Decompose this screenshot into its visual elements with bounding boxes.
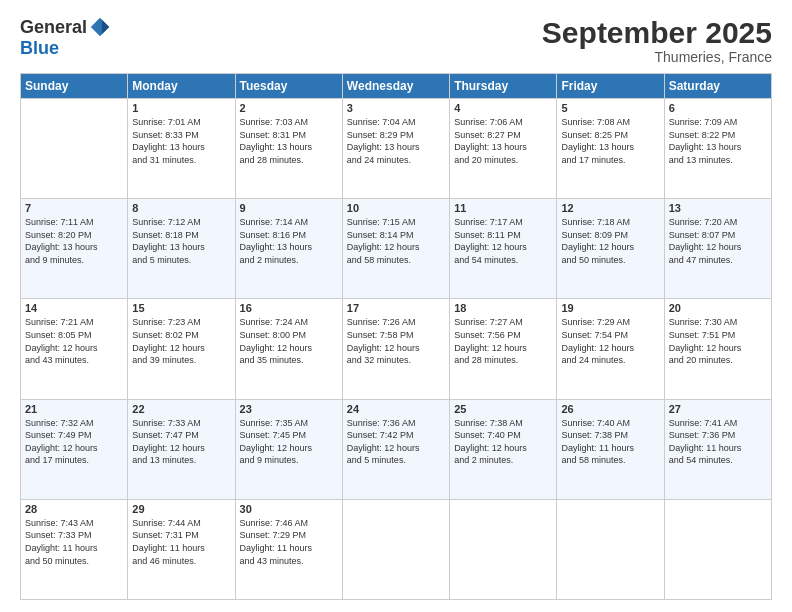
day-info: Sunrise: 7:08 AM Sunset: 8:25 PM Dayligh… (561, 116, 659, 166)
day-cell: 29Sunrise: 7:44 AM Sunset: 7:31 PM Dayli… (128, 499, 235, 599)
day-cell: 21Sunrise: 7:32 AM Sunset: 7:49 PM Dayli… (21, 399, 128, 499)
day-number: 3 (347, 102, 445, 114)
day-number: 26 (561, 403, 659, 415)
day-cell: 1Sunrise: 7:01 AM Sunset: 8:33 PM Daylig… (128, 99, 235, 199)
day-number: 29 (132, 503, 230, 515)
day-cell: 10Sunrise: 7:15 AM Sunset: 8:14 PM Dayli… (342, 199, 449, 299)
day-number: 19 (561, 302, 659, 314)
day-cell: 24Sunrise: 7:36 AM Sunset: 7:42 PM Dayli… (342, 399, 449, 499)
day-cell: 20Sunrise: 7:30 AM Sunset: 7:51 PM Dayli… (664, 299, 771, 399)
day-number: 10 (347, 202, 445, 214)
week-row-4: 28Sunrise: 7:43 AM Sunset: 7:33 PM Dayli… (21, 499, 772, 599)
day-number: 16 (240, 302, 338, 314)
day-cell: 16Sunrise: 7:24 AM Sunset: 8:00 PM Dayli… (235, 299, 342, 399)
day-cell: 18Sunrise: 7:27 AM Sunset: 7:56 PM Dayli… (450, 299, 557, 399)
day-info: Sunrise: 7:24 AM Sunset: 8:00 PM Dayligh… (240, 316, 338, 366)
day-cell: 22Sunrise: 7:33 AM Sunset: 7:47 PM Dayli… (128, 399, 235, 499)
day-number: 8 (132, 202, 230, 214)
day-cell: 8Sunrise: 7:12 AM Sunset: 8:18 PM Daylig… (128, 199, 235, 299)
day-cell: 13Sunrise: 7:20 AM Sunset: 8:07 PM Dayli… (664, 199, 771, 299)
day-number: 4 (454, 102, 552, 114)
header-cell-saturday: Saturday (664, 74, 771, 99)
day-info: Sunrise: 7:06 AM Sunset: 8:27 PM Dayligh… (454, 116, 552, 166)
day-info: Sunrise: 7:21 AM Sunset: 8:05 PM Dayligh… (25, 316, 123, 366)
day-info: Sunrise: 7:27 AM Sunset: 7:56 PM Dayligh… (454, 316, 552, 366)
logo-general-text: General (20, 17, 87, 38)
day-cell: 3Sunrise: 7:04 AM Sunset: 8:29 PM Daylig… (342, 99, 449, 199)
day-cell (342, 499, 449, 599)
day-info: Sunrise: 7:14 AM Sunset: 8:16 PM Dayligh… (240, 216, 338, 266)
day-info: Sunrise: 7:26 AM Sunset: 7:58 PM Dayligh… (347, 316, 445, 366)
day-info: Sunrise: 7:46 AM Sunset: 7:29 PM Dayligh… (240, 517, 338, 567)
day-number: 30 (240, 503, 338, 515)
day-info: Sunrise: 7:09 AM Sunset: 8:22 PM Dayligh… (669, 116, 767, 166)
day-cell: 14Sunrise: 7:21 AM Sunset: 8:05 PM Dayli… (21, 299, 128, 399)
location: Thumeries, France (542, 49, 772, 65)
day-cell: 27Sunrise: 7:41 AM Sunset: 7:36 PM Dayli… (664, 399, 771, 499)
day-info: Sunrise: 7:41 AM Sunset: 7:36 PM Dayligh… (669, 417, 767, 467)
day-info: Sunrise: 7:11 AM Sunset: 8:20 PM Dayligh… (25, 216, 123, 266)
day-cell: 28Sunrise: 7:43 AM Sunset: 7:33 PM Dayli… (21, 499, 128, 599)
day-info: Sunrise: 7:18 AM Sunset: 8:09 PM Dayligh… (561, 216, 659, 266)
day-number: 28 (25, 503, 123, 515)
day-cell: 30Sunrise: 7:46 AM Sunset: 7:29 PM Dayli… (235, 499, 342, 599)
title-section: September 2025 Thumeries, France (542, 16, 772, 65)
header-cell-wednesday: Wednesday (342, 74, 449, 99)
day-cell: 9Sunrise: 7:14 AM Sunset: 8:16 PM Daylig… (235, 199, 342, 299)
day-cell: 7Sunrise: 7:11 AM Sunset: 8:20 PM Daylig… (21, 199, 128, 299)
day-number: 20 (669, 302, 767, 314)
logo-blue-text: Blue (20, 38, 59, 59)
day-cell: 5Sunrise: 7:08 AM Sunset: 8:25 PM Daylig… (557, 99, 664, 199)
day-info: Sunrise: 7:36 AM Sunset: 7:42 PM Dayligh… (347, 417, 445, 467)
day-number: 23 (240, 403, 338, 415)
week-row-2: 14Sunrise: 7:21 AM Sunset: 8:05 PM Dayli… (21, 299, 772, 399)
day-info: Sunrise: 7:17 AM Sunset: 8:11 PM Dayligh… (454, 216, 552, 266)
day-info: Sunrise: 7:15 AM Sunset: 8:14 PM Dayligh… (347, 216, 445, 266)
day-info: Sunrise: 7:33 AM Sunset: 7:47 PM Dayligh… (132, 417, 230, 467)
header: General Blue September 2025 Thumeries, F… (20, 16, 772, 65)
day-info: Sunrise: 7:30 AM Sunset: 7:51 PM Dayligh… (669, 316, 767, 366)
week-row-1: 7Sunrise: 7:11 AM Sunset: 8:20 PM Daylig… (21, 199, 772, 299)
day-info: Sunrise: 7:04 AM Sunset: 8:29 PM Dayligh… (347, 116, 445, 166)
day-number: 12 (561, 202, 659, 214)
day-info: Sunrise: 7:29 AM Sunset: 7:54 PM Dayligh… (561, 316, 659, 366)
header-row: SundayMondayTuesdayWednesdayThursdayFrid… (21, 74, 772, 99)
day-cell: 26Sunrise: 7:40 AM Sunset: 7:38 PM Dayli… (557, 399, 664, 499)
day-number: 6 (669, 102, 767, 114)
day-number: 17 (347, 302, 445, 314)
day-number: 24 (347, 403, 445, 415)
day-cell: 25Sunrise: 7:38 AM Sunset: 7:40 PM Dayli… (450, 399, 557, 499)
day-cell: 4Sunrise: 7:06 AM Sunset: 8:27 PM Daylig… (450, 99, 557, 199)
day-info: Sunrise: 7:38 AM Sunset: 7:40 PM Dayligh… (454, 417, 552, 467)
header-cell-monday: Monday (128, 74, 235, 99)
day-number: 14 (25, 302, 123, 314)
day-cell: 15Sunrise: 7:23 AM Sunset: 8:02 PM Dayli… (128, 299, 235, 399)
month-title: September 2025 (542, 16, 772, 49)
day-cell: 2Sunrise: 7:03 AM Sunset: 8:31 PM Daylig… (235, 99, 342, 199)
day-info: Sunrise: 7:32 AM Sunset: 7:49 PM Dayligh… (25, 417, 123, 467)
day-number: 18 (454, 302, 552, 314)
day-number: 27 (669, 403, 767, 415)
day-number: 9 (240, 202, 338, 214)
week-row-0: 1Sunrise: 7:01 AM Sunset: 8:33 PM Daylig… (21, 99, 772, 199)
day-info: Sunrise: 7:44 AM Sunset: 7:31 PM Dayligh… (132, 517, 230, 567)
calendar-table: SundayMondayTuesdayWednesdayThursdayFrid… (20, 73, 772, 600)
day-info: Sunrise: 7:35 AM Sunset: 7:45 PM Dayligh… (240, 417, 338, 467)
day-cell: 11Sunrise: 7:17 AM Sunset: 8:11 PM Dayli… (450, 199, 557, 299)
day-number: 11 (454, 202, 552, 214)
header-cell-tuesday: Tuesday (235, 74, 342, 99)
day-cell (557, 499, 664, 599)
day-number: 1 (132, 102, 230, 114)
logo: General Blue (20, 16, 111, 59)
day-number: 22 (132, 403, 230, 415)
day-cell: 6Sunrise: 7:09 AM Sunset: 8:22 PM Daylig… (664, 99, 771, 199)
header-cell-friday: Friday (557, 74, 664, 99)
day-number: 5 (561, 102, 659, 114)
header-cell-sunday: Sunday (21, 74, 128, 99)
day-cell (664, 499, 771, 599)
logo-icon (89, 16, 111, 38)
day-cell: 12Sunrise: 7:18 AM Sunset: 8:09 PM Dayli… (557, 199, 664, 299)
day-info: Sunrise: 7:23 AM Sunset: 8:02 PM Dayligh… (132, 316, 230, 366)
svg-marker-1 (102, 20, 109, 35)
day-cell: 23Sunrise: 7:35 AM Sunset: 7:45 PM Dayli… (235, 399, 342, 499)
